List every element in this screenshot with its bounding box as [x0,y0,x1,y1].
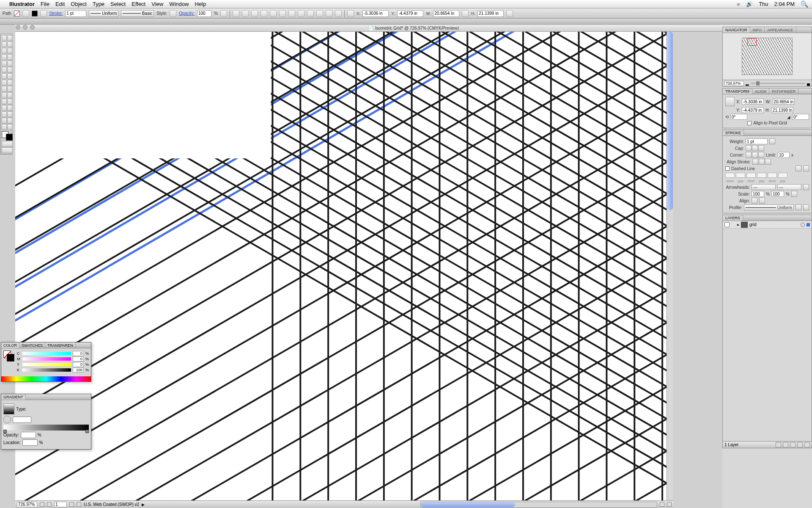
style-swatch[interactable] [170,10,176,17]
menu-effect[interactable]: Effect [132,1,145,7]
gradient-location-field[interactable] [22,439,38,446]
dropbox-icon[interactable]: ⟐ [737,1,740,7]
tab-stroke[interactable]: STROKE [723,130,744,135]
layer-row[interactable]: ▸ grid [723,221,812,229]
miter-limit-field[interactable] [778,152,790,158]
free-transform-tool[interactable] [2,86,7,92]
c-field[interactable] [73,351,84,356]
layer-name[interactable]: grid [749,222,757,227]
navigator-preview[interactable] [723,33,812,80]
align-stroke-center-icon[interactable] [752,159,758,165]
cap-butt-icon[interactable] [746,145,752,151]
arrowhead-start-dropdown[interactable]: — [752,184,776,190]
artboard-next-icon[interactable] [69,502,74,507]
magic-wand-tool[interactable] [2,41,7,47]
disclosure-icon[interactable]: ▸ [737,222,739,227]
menu-file[interactable]: File [41,1,49,7]
rotate-tool[interactable] [7,73,12,79]
arrow-align-1-icon[interactable] [752,198,757,204]
profile-dropdown[interactable]: Uniform [744,204,794,210]
gap-1-field[interactable] [736,173,745,178]
document-canvas[interactable] [15,32,673,500]
gap-3-field[interactable] [778,173,787,178]
brush-profile-dropdown[interactable]: Uniform [89,10,118,17]
spotlight-icon[interactable]: 🔍 [801,0,809,8]
scroll-right-icon[interactable] [667,502,672,507]
c-slider[interactable] [22,352,71,355]
eraser-tool[interactable] [2,73,7,79]
visibility-toggle-icon[interactable] [724,222,730,227]
tab-pathfinder[interactable]: PATHFINDER [769,88,798,94]
artboard-num-field[interactable] [54,502,67,507]
direct-selection-tool[interactable] [7,35,12,41]
volume-icon[interactable]: 🔊 [746,1,753,7]
dashed-line-checkbox[interactable] [725,166,730,171]
dash-3-field[interactable] [768,173,777,178]
link-wh-icon[interactable] [462,10,469,17]
fill-dropdown-icon[interactable] [22,10,29,17]
tab-align[interactable]: ALIGN [752,88,769,94]
gradient-ramp[interactable] [3,425,89,431]
canvas-vertical-scrollbar[interactable] [667,32,673,500]
locate-object-icon[interactable] [776,442,781,447]
arrow-scale-2-field[interactable] [771,191,784,197]
paintbrush-tool[interactable] [7,61,12,66]
dash-2-field[interactable] [746,173,756,178]
menu-object[interactable]: Object [71,1,87,7]
artboard-prev-icon[interactable] [47,502,52,507]
transform-w-field[interactable] [773,99,795,105]
tab-info[interactable]: INFO [750,27,765,33]
shape-builder-tool[interactable] [7,86,12,92]
align-icon-3[interactable] [251,10,258,17]
w-field[interactable] [433,10,459,17]
clock-time[interactable]: 2:04 PM [774,1,795,7]
fill-stroke-indicator[interactable] [2,131,13,141]
tab-navigator[interactable]: NAVIGATOR [723,27,750,33]
screen-mode-toggle[interactable] [2,147,13,153]
tab-transparency[interactable]: TRANSPAREN [45,342,76,348]
opacity-field[interactable] [197,10,211,17]
stroke-weight-field-panel[interactable] [746,138,768,144]
arrow-scale-1-field[interactable] [752,191,764,197]
target-icon[interactable] [801,223,805,227]
make-clip-icon[interactable] [783,442,788,447]
add-anchor-tool[interactable] [7,48,12,54]
navigator-zoom-field[interactable] [724,81,744,86]
stroke-weight-field[interactable] [65,10,86,17]
navigator-zoom-slider[interactable] [751,83,805,84]
y-field[interactable] [73,362,84,367]
color-spectrum[interactable] [1,376,91,381]
cap-projecting-icon[interactable] [758,145,764,151]
align-pixel-checkbox[interactable] [747,121,752,125]
rectangle-tool[interactable] [2,61,7,66]
color-profile-label[interactable]: U.S. Web Coated (SWOP) v2 [84,502,139,507]
slice-tool[interactable] [2,118,7,124]
transform-h-field[interactable] [771,107,793,113]
draw-mode-toggle[interactable] [2,141,13,147]
align-icon-2[interactable] [242,10,249,17]
gap-2-field[interactable] [757,173,766,178]
swap-arrow-icon[interactable] [803,184,809,190]
corner-miter-icon[interactable] [746,152,752,158]
window-traffic-lights[interactable] [16,25,35,30]
stroke-swatch[interactable] [32,11,38,17]
align-icon-7[interactable] [288,10,295,17]
new-layer-icon[interactable] [797,442,803,447]
align-stroke-outside-icon[interactable] [765,159,771,165]
menu-type[interactable]: Type [93,1,104,7]
m-field[interactable] [73,356,84,362]
tab-appearance[interactable]: APPEARANCE [765,27,796,33]
eyedropper-tool[interactable] [7,99,12,105]
link-scale-icon[interactable] [791,191,797,197]
stroke-dropdown-icon[interactable] [40,10,47,17]
arrowhead-end-dropdown[interactable]: — [777,184,801,190]
h-field[interactable] [477,10,504,17]
k-field[interactable] [73,367,84,373]
flip-across-icon[interactable] [796,204,801,210]
new-sublayer-icon[interactable] [790,442,796,447]
y-field[interactable] [397,10,423,17]
clock-day[interactable]: Thu [759,1,768,7]
align-icon-11[interactable] [326,10,332,17]
hand-tool[interactable] [7,118,12,124]
symbol-sprayer-tool[interactable] [7,105,12,111]
